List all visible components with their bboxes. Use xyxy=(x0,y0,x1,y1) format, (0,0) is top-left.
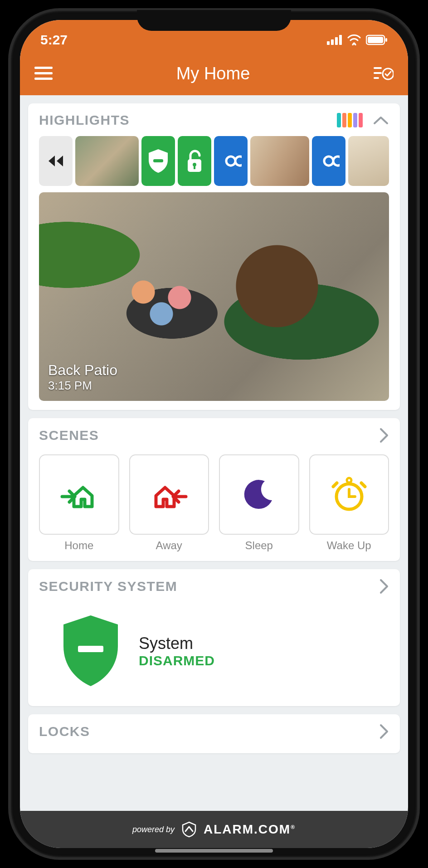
svg-rect-3 xyxy=(339,35,342,45)
alarm-logo-icon xyxy=(181,821,197,838)
scenes-header[interactable]: SCENES xyxy=(39,427,389,444)
svg-rect-2 xyxy=(335,37,338,45)
list-check-icon xyxy=(374,66,394,81)
scene-label: Wake Up xyxy=(327,539,371,552)
highlights-timeline[interactable] xyxy=(39,136,389,186)
page-title: My Home xyxy=(176,64,250,83)
color-bar xyxy=(359,113,363,127)
locks-card: LOCKS xyxy=(28,714,400,753)
security-title: SECURITY SYSTEM xyxy=(39,579,177,594)
shield-disarmed-icon xyxy=(59,613,122,690)
scenes-title: SCENES xyxy=(39,428,99,443)
content-area: HIGHLIGHTS xyxy=(20,95,408,811)
color-indicator-bars xyxy=(337,113,363,127)
color-bar xyxy=(348,113,352,127)
chevron-right-icon xyxy=(379,578,389,595)
status-time: 5:27 xyxy=(40,32,68,48)
system-status: DISARMED xyxy=(139,653,215,668)
phone-screen: 5:27 My Home HIGHLIGHTS xyxy=(20,20,408,848)
security-status-row[interactable]: System DISARMED xyxy=(39,607,389,697)
link-loop-icon xyxy=(318,150,340,172)
scene-home[interactable]: Home xyxy=(39,454,119,552)
svg-rect-13 xyxy=(374,77,379,79)
link-loop-icon xyxy=(220,150,242,172)
moon-icon xyxy=(219,454,299,535)
wifi-icon xyxy=(347,34,361,45)
home-in-icon xyxy=(39,454,119,535)
alarm-clock-icon xyxy=(309,454,389,535)
system-label: System xyxy=(139,634,215,653)
timeline-link-event-1[interactable] xyxy=(214,136,248,186)
locks-title: LOCKS xyxy=(39,724,90,739)
collapse-highlights-button[interactable] xyxy=(373,115,389,125)
timeline-security-event[interactable] xyxy=(141,136,175,186)
color-bar xyxy=(353,113,357,127)
scene-sleep[interactable]: Sleep xyxy=(219,454,299,552)
timeline-thumb-living[interactable] xyxy=(250,136,309,186)
phone-notch xyxy=(137,10,291,31)
camera-time-label: 3:15 PM xyxy=(48,379,380,393)
hamburger-icon xyxy=(34,67,53,80)
scene-label: Sleep xyxy=(245,539,273,552)
customize-button[interactable] xyxy=(374,66,394,81)
scene-wake-up[interactable]: Wake Up xyxy=(309,454,389,552)
home-indicator[interactable] xyxy=(155,849,273,853)
menu-button[interactable] xyxy=(34,67,53,80)
locks-header[interactable]: LOCKS xyxy=(39,723,389,740)
timeline-back-button[interactable] xyxy=(39,136,73,186)
svg-rect-0 xyxy=(327,41,330,45)
scenes-card: SCENES HomeAwaySleepWake Up xyxy=(28,418,400,561)
svg-rect-12 xyxy=(374,72,382,74)
svg-rect-8 xyxy=(34,67,53,69)
security-header[interactable]: SECURITY SYSTEM xyxy=(39,578,389,595)
highlights-title: HIGHLIGHTS xyxy=(39,112,130,128)
footer-branding: powered by ALARM.COM® xyxy=(20,811,408,848)
svg-point-4 xyxy=(353,42,355,44)
svg-rect-10 xyxy=(34,78,53,80)
shield-minus-icon xyxy=(147,147,170,175)
svg-rect-21 xyxy=(78,646,103,652)
highlights-card: HIGHLIGHTS xyxy=(28,103,400,410)
scene-label: Home xyxy=(64,539,93,552)
svg-rect-15 xyxy=(153,159,163,162)
camera-name-label: Back Patio xyxy=(48,362,380,379)
svg-rect-7 xyxy=(385,38,387,42)
svg-rect-11 xyxy=(374,67,382,69)
footer-brand: ALARM.COM® xyxy=(204,822,296,837)
svg-rect-18 xyxy=(194,166,195,169)
svg-rect-6 xyxy=(368,37,383,43)
scene-away[interactable]: Away xyxy=(129,454,209,552)
app-header: My Home xyxy=(20,52,408,95)
timeline-thumb-patio[interactable] xyxy=(75,136,139,186)
phone-frame: 5:27 My Home HIGHLIGHTS xyxy=(10,10,418,858)
color-bar xyxy=(337,113,341,127)
svg-rect-1 xyxy=(331,39,334,45)
security-card: SECURITY SYSTEM System DISARMED xyxy=(28,569,400,706)
cellular-signal-icon xyxy=(327,35,342,45)
footer-prefix: powered by xyxy=(132,825,175,834)
battery-icon xyxy=(366,34,388,45)
color-bar xyxy=(342,113,346,127)
main-camera-feed[interactable]: Back Patio 3:15 PM xyxy=(39,192,389,401)
status-indicators xyxy=(327,34,388,45)
svg-rect-9 xyxy=(34,72,53,74)
home-out-icon xyxy=(129,454,209,535)
scene-label: Away xyxy=(156,539,182,552)
rewind-icon xyxy=(47,154,65,168)
chevron-right-icon xyxy=(379,723,389,740)
timeline-link-event-2[interactable] xyxy=(312,136,345,186)
chevron-right-icon xyxy=(379,427,389,444)
timeline-lock-event[interactable] xyxy=(178,136,211,186)
chevron-up-icon xyxy=(373,115,389,125)
timeline-thumb-entry[interactable] xyxy=(348,136,389,186)
svg-point-20 xyxy=(347,478,351,483)
unlock-icon xyxy=(184,148,205,174)
